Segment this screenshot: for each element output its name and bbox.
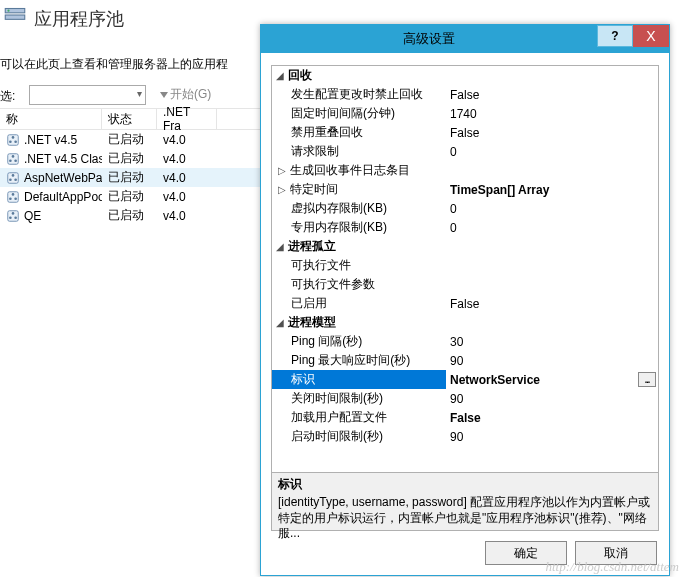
pool-row[interactable]: QE已启动v4.0 (0, 206, 265, 225)
category-recycle[interactable]: ◢回收 (272, 66, 658, 85)
grid-header[interactable]: 称 状态 .NET Fra (0, 108, 265, 130)
page-desc: 可以在此页上查看和管理服务器上的应用程 (0, 56, 228, 73)
svg-point-20 (12, 212, 15, 215)
svg-point-22 (14, 216, 17, 219)
browse-button[interactable]: ... (638, 372, 656, 387)
expand-icon: ▷ (278, 165, 290, 176)
svg-point-4 (12, 136, 15, 139)
collapse-icon: ◢ (276, 241, 288, 252)
property-grid: ◢回收 发生配置更改时禁止回收False 固定时间间隔(分钟)1740 禁用重叠… (271, 65, 659, 473)
advanced-settings-dialog: 高级设置 ? X ◢回收 发生配置更改时禁止回收False 固定时间间隔(分钟)… (260, 24, 670, 576)
iis-panel: 应用程序池 可以在此页上查看和管理服务器上的应用程 选: 开始(G) 称 状态 … (0, 0, 265, 577)
prop-row[interactable]: 虚拟内存限制(KB)0 (272, 199, 658, 218)
prop-row[interactable]: Ping 最大响应时间(秒)90 (272, 351, 658, 370)
prop-row[interactable]: Ping 间隔(秒)30 (272, 332, 658, 351)
description-pane: 标识 [identityType, username, password] 配置… (271, 473, 659, 531)
category-orphan[interactable]: ◢进程孤立 (272, 237, 658, 256)
ok-button[interactable]: 确定 (485, 541, 567, 565)
close-button[interactable]: X (633, 25, 669, 47)
svg-point-16 (12, 193, 15, 196)
collapse-icon: ◢ (276, 70, 288, 81)
svg-point-13 (9, 178, 12, 181)
prop-row[interactable]: 固定时间间隔(分钟)1740 (272, 104, 658, 123)
dialog-buttons: 确定 取消 (485, 541, 657, 565)
prop-row-identity[interactable]: 标识 NetworkService... (272, 370, 658, 389)
prop-row[interactable]: 加载用户配置文件False (272, 408, 658, 427)
prop-row[interactable]: 专用内存限制(KB)0 (272, 218, 658, 237)
col-net[interactable]: .NET Fra (157, 109, 217, 129)
pool-row[interactable]: DefaultAppPool已启动v4.0 (0, 187, 265, 206)
pool-row[interactable]: .NET v4.5 Clas...已启动v4.0 (0, 149, 265, 168)
collapse-icon: ◢ (276, 317, 288, 328)
desc-text: [identityType, username, password] 配置应用程… (278, 495, 652, 542)
titlebar[interactable]: 高级设置 ? X (261, 25, 669, 53)
svg-point-5 (9, 140, 12, 143)
col-status[interactable]: 状态 (102, 109, 157, 129)
prop-row[interactable]: 发生配置更改时禁止回收False (272, 85, 658, 104)
server-icon (2, 2, 28, 28)
category-model[interactable]: ◢进程模型 (272, 313, 658, 332)
filter-icon (160, 92, 168, 98)
desc-title: 标识 (278, 476, 652, 493)
svg-point-2 (7, 10, 9, 12)
svg-point-17 (9, 197, 12, 200)
svg-point-18 (14, 197, 17, 200)
filter-label: 选: (0, 88, 15, 105)
prop-row[interactable]: 关闭时间限制(秒)90 (272, 389, 658, 408)
prop-row[interactable]: 可执行文件参数 (272, 275, 658, 294)
property-scroller[interactable]: ◢回收 发生配置更改时禁止回收False 固定时间间隔(分钟)1740 禁用重叠… (272, 66, 658, 472)
prop-row[interactable]: 启动时间限制(秒)90 (272, 427, 658, 446)
filter-dropdown[interactable] (29, 85, 146, 105)
svg-point-14 (14, 178, 17, 181)
pool-row[interactable]: AspNetWebPa...已启动v4.0 (0, 168, 265, 187)
prop-row[interactable]: 可执行文件 (272, 256, 658, 275)
cancel-button[interactable]: 取消 (575, 541, 657, 565)
start-button[interactable]: 开始(G) (160, 86, 211, 103)
pool-row[interactable]: .NET v4.5已启动v4.0 (0, 130, 265, 149)
prop-row[interactable]: 请求限制0 (272, 142, 658, 161)
prop-row[interactable]: 已启用False (272, 294, 658, 313)
svg-point-8 (12, 155, 15, 158)
page-title: 应用程序池 (34, 7, 124, 31)
svg-point-10 (14, 159, 17, 162)
prop-row[interactable]: 禁用重叠回收False (272, 123, 658, 142)
expand-icon: ▷ (278, 184, 290, 195)
svg-point-12 (12, 174, 15, 177)
svg-point-21 (9, 216, 12, 219)
svg-point-6 (14, 140, 17, 143)
col-name[interactable]: 称 (0, 109, 102, 129)
prop-row[interactable]: ▷特定时间TimeSpan[] Array (272, 180, 658, 199)
prop-row[interactable]: ▷生成回收事件日志条目 (272, 161, 658, 180)
svg-point-9 (9, 159, 12, 162)
dialog-title: 高级设置 (261, 30, 597, 48)
svg-rect-1 (5, 15, 25, 19)
app-pool-grid: 称 状态 .NET Fra .NET v4.5已启动v4.0.NET v4.5 … (0, 108, 265, 225)
help-button[interactable]: ? (597, 25, 633, 47)
